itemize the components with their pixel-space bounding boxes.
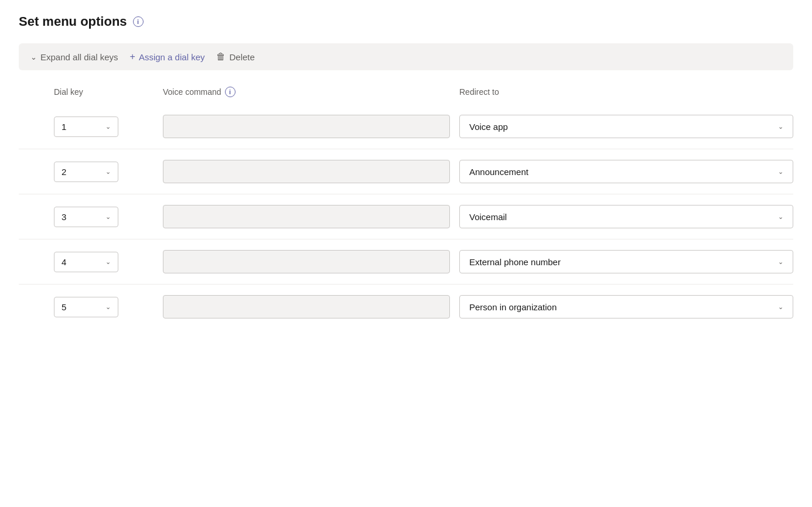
voice-command-input-5[interactable] (163, 295, 450, 318)
table-row: 1 ⌄ Voice app ⌄ (19, 104, 793, 149)
redirect-select-2[interactable]: Announcement ⌄ (459, 160, 793, 183)
table-row: 5 ⌄ Person in organization ⌄ (19, 285, 793, 329)
delete-label: Delete (229, 52, 254, 62)
voice-command-info-icon[interactable]: i (225, 87, 236, 97)
redirect-value: Person in organization (469, 302, 557, 312)
assign-dial-key-button[interactable]: + Assign a dial key (130, 52, 205, 62)
expand-all-label: Expand all dial keys (40, 52, 118, 62)
col-header-dial-key: Dial key (54, 87, 153, 97)
dial-key-select-2[interactable]: 2 ⌄ (54, 162, 118, 182)
chevron-down-icon: ⌄ (30, 53, 37, 61)
dial-key-value: 5 (62, 302, 66, 312)
rows-container: 1 ⌄ Voice app ⌄ 2 ⌄ Announcement ⌄ 3 ⌄ (19, 104, 793, 329)
page-title: Set menu options (19, 14, 127, 29)
voice-command-input-3[interactable] (163, 205, 450, 228)
trash-icon: 🗑 (216, 52, 226, 62)
voice-command-input-2[interactable] (163, 160, 450, 183)
page-info-icon[interactable]: i (133, 16, 144, 27)
table-row: 3 ⌄ Voicemail ⌄ (19, 194, 793, 239)
dial-key-select-4[interactable]: 4 ⌄ (54, 252, 118, 272)
chevron-down-icon: ⌄ (778, 168, 783, 176)
redirect-value: Voice app (469, 122, 508, 132)
toolbar: ⌄ Expand all dial keys + Assign a dial k… (19, 43, 793, 70)
table-row: 2 ⌄ Announcement ⌄ (19, 149, 793, 194)
dial-key-select-3[interactable]: 3 ⌄ (54, 207, 118, 227)
expand-all-button[interactable]: ⌄ Expand all dial keys (30, 52, 118, 62)
chevron-down-icon: ⌄ (105, 258, 111, 266)
redirect-value: Announcement (469, 167, 528, 177)
voice-command-input-1[interactable] (163, 115, 450, 138)
page-header: Set menu options i (19, 14, 793, 29)
plus-icon: + (130, 52, 135, 62)
chevron-down-icon: ⌄ (778, 123, 783, 131)
redirect-select-3[interactable]: Voicemail ⌄ (459, 205, 793, 228)
dial-key-value: 1 (62, 122, 66, 132)
dial-key-select-1[interactable]: 1 ⌄ (54, 117, 118, 137)
dial-key-select-5[interactable]: 5 ⌄ (54, 297, 118, 317)
chevron-down-icon: ⌄ (105, 123, 111, 131)
dial-key-value: 4 (62, 257, 66, 267)
dial-key-value: 3 (62, 212, 66, 222)
table-row: 4 ⌄ External phone number ⌄ (19, 239, 793, 285)
chevron-down-icon: ⌄ (105, 303, 111, 311)
chevron-down-icon: ⌄ (105, 168, 111, 176)
assign-label: Assign a dial key (139, 52, 205, 62)
redirect-value: Voicemail (469, 212, 507, 222)
redirect-select-5[interactable]: Person in organization ⌄ (459, 295, 793, 318)
col-header-voice-command: Voice command i (163, 87, 450, 97)
dial-key-value: 2 (62, 167, 66, 177)
delete-button[interactable]: 🗑 Delete (216, 52, 254, 62)
redirect-select-1[interactable]: Voice app ⌄ (459, 115, 793, 138)
redirect-select-4[interactable]: External phone number ⌄ (459, 250, 793, 273)
voice-command-input-4[interactable] (163, 250, 450, 273)
table-header: Dial key Voice command i Redirect to (19, 87, 793, 104)
col-header-redirect: Redirect to (459, 87, 793, 97)
chevron-down-icon: ⌄ (105, 213, 111, 221)
chevron-down-icon: ⌄ (778, 258, 783, 266)
redirect-value: External phone number (469, 257, 561, 267)
chevron-down-icon: ⌄ (778, 213, 783, 221)
chevron-down-icon: ⌄ (778, 303, 783, 311)
